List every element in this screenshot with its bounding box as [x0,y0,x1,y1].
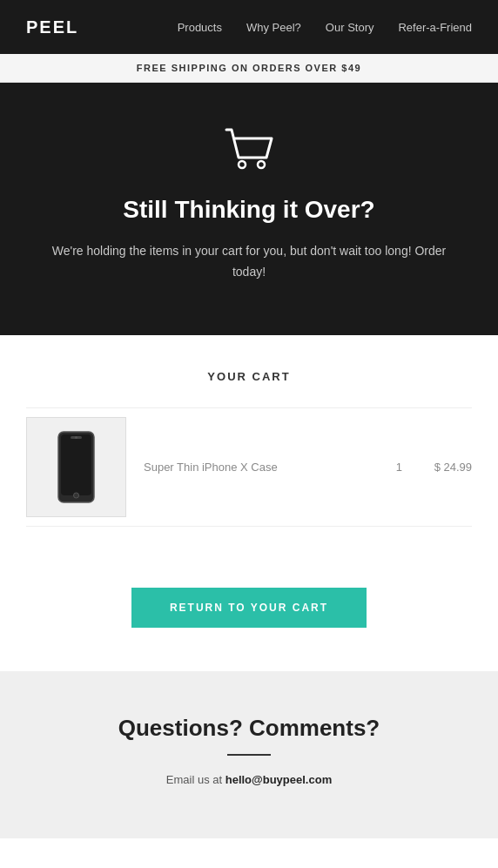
product-qty: 1 [396,461,402,474]
footer-email[interactable]: hello@buypeel.com [225,773,332,786]
svg-point-0 [239,161,246,168]
header: PEEL Products Why Peel? Our Story Refer-… [0,0,498,54]
footer: Questions? Comments? Email us at hello@b… [0,671,498,838]
hero-subtitle: We're holding the items in your cart for… [35,241,463,283]
footer-heading: Questions? Comments? [26,715,472,742]
nav-products[interactable]: Products [178,21,222,34]
return-to-cart-button[interactable]: RETURN TO YOUR CART [131,588,367,628]
logo: PEEL [26,17,78,37]
svg-rect-3 [61,434,91,495]
footer-divider [227,754,271,756]
main-nav: Products Why Peel? Our Story Refer-a-Fri… [178,21,472,34]
product-image [26,417,126,517]
cart-section: YOUR CART Super Thin iPhone X Case 1 $ 2… [0,335,498,553]
svg-point-5 [75,436,77,439]
shipping-banner: FREE SHIPPING ON ORDERS OVER $49 [0,54,498,83]
nav-refer[interactable]: Refer-a-Friend [398,21,472,34]
svg-point-6 [74,493,79,498]
cart-icon [35,126,463,177]
nav-our-story[interactable]: Our Story [326,21,374,34]
product-price: $ 24.99 [420,461,472,474]
cart-item: Super Thin iPhone X Case 1 $ 24.99 [26,407,472,527]
cart-title: YOUR CART [26,370,472,383]
svg-point-1 [258,161,265,168]
hero-section: Still Thinking it Over? We're holding th… [0,83,498,335]
hero-title: Still Thinking it Over? [35,194,463,225]
cta-section: RETURN TO YOUR CART [0,553,498,671]
footer-contact: Email us at hello@buypeel.com [26,773,472,786]
nav-why-peel[interactable]: Why Peel? [246,21,301,34]
product-name: Super Thin iPhone X Case [144,461,379,474]
